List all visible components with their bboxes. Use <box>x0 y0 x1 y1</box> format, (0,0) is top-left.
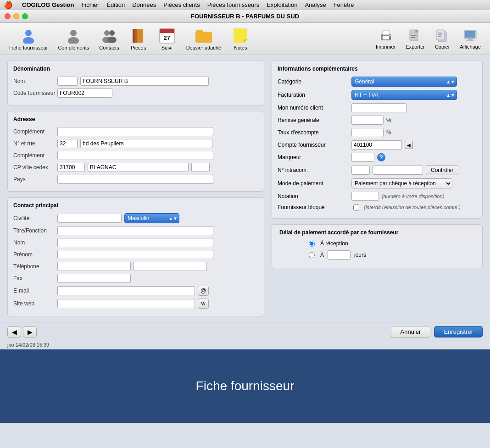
menu-edition[interactable]: Édition <box>106 1 125 8</box>
numero-input[interactable] <box>57 139 78 148</box>
menu-fenetre[interactable]: Fenêtre <box>334 1 354 8</box>
nom-prefix-input[interactable] <box>57 77 78 86</box>
notation-input[interactable] <box>351 192 379 201</box>
taux-input[interactable] <box>351 128 384 137</box>
categorie-select[interactable]: Général <box>351 77 457 87</box>
compte-row: Compte fournisseur ◀ <box>278 140 477 149</box>
toolbar-pieces[interactable]: Pièces <box>125 26 152 52</box>
facturation-select[interactable]: HT + TVA <box>351 90 457 100</box>
email-at-button[interactable]: @ <box>198 286 209 296</box>
nintra-input2[interactable] <box>373 166 423 175</box>
denomination-section: Dénomination Nom Code fournisseur <box>7 61 264 105</box>
delai-section: Délai de paiement accordé par ce fournis… <box>272 224 483 268</box>
toolbar-imprimer[interactable]: Imprimer <box>371 27 400 51</box>
svg-rect-33 <box>465 31 475 38</box>
toolbar-contacts[interactable]: Contacts <box>95 26 123 52</box>
mode-paiement-select[interactable]: Paiement par chèque à réception <box>351 178 452 188</box>
fourni-bloque-checkbox[interactable] <box>353 205 359 210</box>
pays-label: Pays <box>13 176 55 183</box>
main-content: Dénomination Nom Code fournisseur Adress… <box>0 55 490 322</box>
svg-rect-31 <box>438 36 441 37</box>
maximize-button[interactable] <box>22 13 28 19</box>
titre-row: Titre/Fonction <box>13 226 258 235</box>
tel-row: Téléphone <box>13 262 258 271</box>
toolbar-suivi[interactable]: 27 Suivi <box>153 26 181 52</box>
svg-rect-20 <box>383 30 389 35</box>
cp-input[interactable] <box>57 163 85 172</box>
prenom-input[interactable] <box>57 250 213 259</box>
marqueur-help-button[interactable]: ? <box>377 153 385 161</box>
complement2-input[interactable] <box>57 151 213 160</box>
toolbar-complements[interactable]: Compléments <box>53 26 94 52</box>
denomination-title: Dénomination <box>13 66 258 72</box>
footer-text: Fiche fournisseur <box>196 379 295 393</box>
svg-rect-21 <box>389 35 391 36</box>
app-name: COGILOG Gestion <box>22 1 74 8</box>
remise-input[interactable] <box>351 116 384 125</box>
titre-input[interactable] <box>57 226 213 235</box>
complement-label: Complément <box>13 128 55 135</box>
toolbar-dossier[interactable]: Dossier attaché <box>182 26 226 52</box>
menu-pieces-clients[interactable]: Pièces clients <box>163 1 200 8</box>
prev-button[interactable]: ◀ <box>7 326 21 337</box>
civilite-select[interactable]: Masculin <box>124 213 179 223</box>
tel-input1[interactable] <box>57 262 131 271</box>
fiche-label: Fiche fournisseur <box>9 45 48 50</box>
fourni-bloque-hint: (interdit l'émission de toutes pièces co… <box>364 205 461 210</box>
compte-input[interactable] <box>351 140 402 149</box>
toolbar-notes[interactable]: Notes <box>227 26 254 52</box>
apple-menu[interactable]: 🍎 <box>4 0 13 9</box>
code-input[interactable] <box>57 88 112 98</box>
notation-row: Notation (numéro à votre disposition) <box>278 192 477 201</box>
civilite-input[interactable] <box>57 214 122 223</box>
tel-input2[interactable] <box>134 262 207 271</box>
cancel-button[interactable]: Annuler <box>391 326 431 337</box>
complements-icon <box>65 28 82 44</box>
svg-point-0 <box>25 30 32 36</box>
svg-point-4 <box>104 30 110 36</box>
menu-analyse[interactable]: Analyse <box>305 1 326 8</box>
rue-input[interactable] <box>80 139 212 148</box>
pays-input[interactable] <box>57 175 213 184</box>
nintra-input1[interactable] <box>351 166 370 175</box>
marqueur-input[interactable] <box>351 153 374 162</box>
toolbar-affichage[interactable]: Affichage <box>455 27 485 51</box>
toolbar-exporter[interactable]: Exporter <box>401 27 429 51</box>
controler-button[interactable]: Contrôler <box>426 165 458 175</box>
menu-exploitation[interactable]: Exploitation <box>267 1 297 8</box>
next-button[interactable]: ▶ <box>23 326 37 337</box>
complement2-row: Complément <box>13 151 258 160</box>
marqueur-label: Marqueur <box>278 154 349 160</box>
compte-arrow-button[interactable]: ◀ <box>405 141 413 149</box>
footer-area: Fiche fournisseur <box>0 349 490 423</box>
svg-rect-19 <box>383 36 389 39</box>
email-input[interactable] <box>57 286 195 295</box>
minimize-button[interactable] <box>13 13 19 19</box>
adresse-section: Adresse Complément N° et rue Complément … <box>7 111 264 192</box>
nom-input[interactable] <box>80 77 209 86</box>
complement-input[interactable] <box>57 127 213 136</box>
mode-paiement-row: Mode de paiement Paiement par chèque à r… <box>278 178 477 188</box>
delai-reception-radio[interactable] <box>309 241 315 247</box>
siteweb-w-button[interactable]: w <box>198 299 209 309</box>
delai-jours-input[interactable] <box>328 250 351 260</box>
toolbar-copier[interactable]: Copier <box>430 27 454 51</box>
fax-input[interactable] <box>57 274 131 283</box>
cedex-input[interactable] <box>191 163 210 172</box>
delai-jours-radio[interactable] <box>309 252 315 258</box>
suivi-label: Suivi <box>161 45 173 50</box>
mon-num-input[interactable] <box>351 103 406 112</box>
menu-donnees[interactable]: Données <box>132 1 156 8</box>
contact-nom-input[interactable] <box>57 238 213 247</box>
svg-rect-30 <box>438 34 442 35</box>
menu-fichier[interactable]: Fichier <box>81 1 99 8</box>
ville-input[interactable] <box>88 163 189 172</box>
toolbar-fiche-fournisseur[interactable]: Fiche fournisseur <box>5 26 52 52</box>
save-button[interactable]: Enregistrer <box>434 326 483 337</box>
siteweb-input[interactable] <box>57 299 195 308</box>
categorie-select-wrap: Général ▲▼ <box>351 77 457 87</box>
close-button[interactable] <box>5 13 11 19</box>
rue-row: N° et rue <box>13 139 258 148</box>
menu-pieces-fournisseurs[interactable]: Pièces fournisseurs <box>207 1 259 8</box>
imprimer-label: Imprimer <box>376 44 395 50</box>
